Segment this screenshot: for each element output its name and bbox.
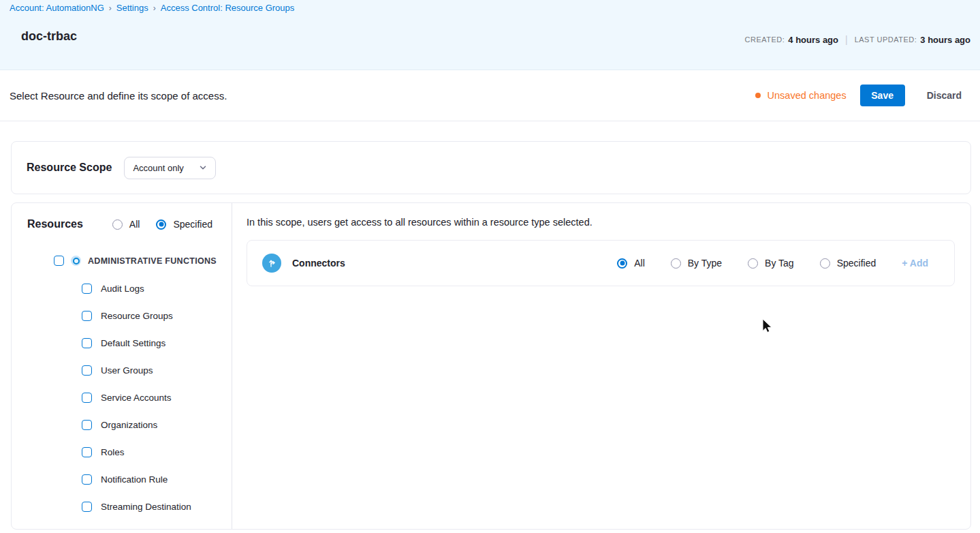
action-toolbar: Select Resource and define its scope of … [0, 70, 980, 121]
breadcrumb-separator-icon: › [109, 3, 112, 13]
radio-icon[interactable] [748, 258, 758, 269]
item-checkbox[interactable] [82, 393, 92, 403]
item-checkbox[interactable] [82, 311, 92, 321]
radio-icon[interactable] [112, 219, 123, 230]
radio-connectors-by-type[interactable]: By Type [671, 258, 722, 269]
unsaved-changes-indicator: Unsaved changes [755, 90, 847, 101]
unsaved-dot-icon [755, 93, 761, 98]
radio-connectors-by-tag-label: By Tag [765, 258, 794, 269]
connectors-label: Connectors [292, 258, 345, 269]
radio-connectors-specified-label: Specified [837, 258, 876, 269]
last-updated-label: LAST UPDATED: [855, 35, 917, 44]
page-title: doc-trbac [21, 29, 77, 44]
page-header: Account: AutomationNG › Settings › Acces… [0, 0, 980, 70]
breadcrumb-access-control-link[interactable]: Access Control: Resource Groups [161, 3, 295, 13]
created-label: CREATED: [745, 35, 785, 44]
resources-heading: Resources [27, 218, 83, 230]
radio-selected-icon[interactable] [156, 219, 166, 230]
list-item-default-settings[interactable]: Default Settings [12, 329, 232, 356]
breadcrumb-separator-icon: › [153, 3, 156, 13]
resources-header: Resources All Specified [12, 203, 232, 230]
radio-connectors-all[interactable]: All [617, 258, 645, 269]
item-checkbox[interactable] [82, 474, 92, 485]
content-area: Resource Scope Account only Resources Al… [0, 121, 980, 533]
breadcrumb-account-link[interactable]: Account: AutomationNG [10, 3, 104, 13]
item-checkbox[interactable] [82, 502, 92, 512]
resources-body-card: Resources All Specified ADMINISTRATIVE F… [11, 202, 971, 530]
radio-selected-icon[interactable] [617, 258, 627, 269]
resource-scope-dropdown[interactable]: Account only [124, 157, 215, 179]
item-checkbox[interactable] [82, 420, 92, 430]
radio-connectors-specified[interactable]: Specified [820, 258, 876, 269]
breadcrumb-settings-link[interactable]: Settings [116, 3, 148, 13]
scope-detail-pane: In this scope, users get access to all r… [232, 203, 970, 529]
radio-connectors-all-label: All [634, 258, 645, 269]
list-item-streaming-destination[interactable]: Streaming Destination [12, 493, 232, 520]
item-checkbox[interactable] [82, 447, 92, 457]
item-checkbox[interactable] [82, 365, 92, 376]
list-item-notification-rule[interactable]: Notification Rule [12, 466, 232, 493]
list-item-label: Resource Groups [101, 311, 173, 321]
list-item-resource-groups[interactable]: Resource Groups [12, 302, 232, 329]
group-label: ADMINISTRATIVE FUNCTIONS [88, 256, 217, 266]
scope-instruction: In this scope, users get access to all r… [247, 217, 970, 228]
radio-resources-specified[interactable]: Specified [156, 219, 212, 230]
list-item-label: User Groups [101, 365, 153, 376]
radio-resources-specified-label: Specified [173, 219, 212, 230]
toolbar-actions: Unsaved changes Save Discard [755, 85, 962, 106]
list-item-label: Audit Logs [101, 284, 144, 294]
unsaved-changes-label: Unsaved changes [768, 90, 847, 101]
radio-icon[interactable] [820, 258, 830, 269]
connectors-scope-radio-group: All By Type By Tag Specified + Add [617, 258, 928, 269]
chevron-down-icon [199, 164, 207, 172]
list-item-label: Streaming Destination [101, 502, 191, 512]
scope-dot-icon [71, 256, 81, 266]
radio-connectors-by-type-label: By Type [688, 258, 722, 269]
list-item-label: Service Accounts [101, 393, 172, 403]
list-item-roles[interactable]: Roles [12, 438, 232, 466]
resource-type-list: Audit Logs Resource Groups Default Setti… [12, 275, 232, 520]
resource-scope-selected-value: Account only [133, 163, 183, 173]
radio-resources-all-label: All [129, 219, 140, 230]
list-item-label: Default Settings [101, 338, 165, 348]
header-meta: CREATED: 4 hours ago | LAST UPDATED: 3 h… [745, 34, 971, 45]
list-item-label: Notification Rule [101, 474, 168, 485]
list-item-user-groups[interactable]: User Groups [12, 356, 232, 384]
last-updated-value: 3 hours ago [920, 35, 970, 45]
resource-scope-card: Resource Scope Account only [11, 141, 971, 194]
toolbar-instruction: Select Resource and define its scope of … [10, 90, 227, 102]
list-item-label: Roles [101, 447, 125, 457]
discard-button[interactable]: Discard [927, 90, 962, 101]
list-item-audit-logs[interactable]: Audit Logs [12, 275, 232, 302]
connectors-icon [262, 254, 281, 273]
group-checkbox[interactable] [54, 256, 64, 266]
list-item-label: Organizations [101, 420, 157, 430]
radio-resources-all[interactable]: All [112, 219, 140, 230]
list-item-organizations[interactable]: Organizations [12, 411, 232, 438]
save-button[interactable]: Save [860, 85, 905, 106]
meta-divider: | [845, 34, 848, 45]
resource-group-administrative-functions[interactable]: ADMINISTRATIVE FUNCTIONS [54, 256, 232, 266]
resources-mode-radio-group: All Specified [112, 219, 212, 230]
radio-connectors-by-tag[interactable]: By Tag [748, 258, 794, 269]
breadcrumb: Account: AutomationNG › Settings › Acces… [10, 3, 294, 13]
list-item-service-accounts[interactable]: Service Accounts [12, 384, 232, 411]
connectors-resource-row: Connectors All By Type By Tag [247, 240, 955, 286]
add-connectors-link[interactable]: + Add [902, 258, 928, 269]
item-checkbox[interactable] [82, 284, 92, 294]
radio-icon[interactable] [671, 258, 681, 269]
item-checkbox[interactable] [82, 338, 92, 348]
resources-sidebar: Resources All Specified ADMINISTRATIVE F… [12, 203, 232, 529]
created-value: 4 hours ago [788, 35, 838, 45]
resource-scope-label: Resource Scope [27, 162, 112, 174]
